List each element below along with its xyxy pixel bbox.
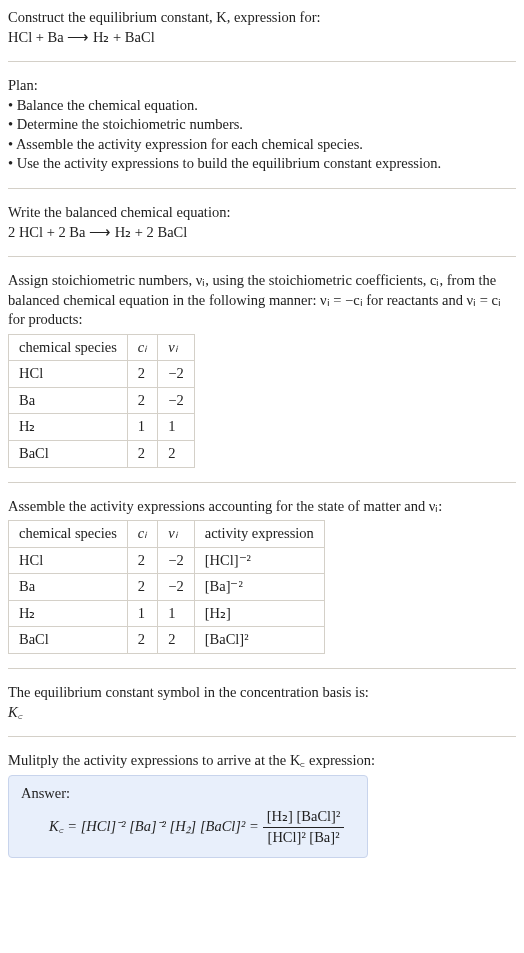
cell-species: HCl [9, 361, 128, 388]
col-species: chemical species [9, 521, 128, 548]
table-row: H₂ 1 1 [H₂] [9, 600, 325, 627]
answer-box: Answer: K꜀ = [HCl]⁻² [Ba]⁻² [H₂] [BaCl]²… [8, 775, 368, 859]
cell-ci: 2 [127, 441, 157, 468]
col-vi: νᵢ [158, 334, 194, 361]
stoich-table: chemical species cᵢ νᵢ HCl 2 −2 Ba 2 −2 … [8, 334, 195, 468]
balanced-equation: 2 HCl + 2 Ba ⟶ H₂ + 2 BaCl [8, 223, 516, 243]
cell-ci: 2 [127, 574, 157, 601]
cell-vi: −2 [158, 387, 194, 414]
multiply-title: Mulitply the activity expressions to arr… [8, 751, 516, 771]
stoich-intro: Assign stoichiometric numbers, νᵢ, using… [8, 271, 516, 330]
cell-ci: 1 [127, 600, 157, 627]
cell-vi: 2 [158, 441, 194, 468]
col-activity: activity expression [194, 521, 324, 548]
table-row: H₂ 1 1 [9, 414, 195, 441]
cell-species: H₂ [9, 600, 128, 627]
unbalanced-equation: HCl + Ba ⟶ H₂ + BaCl [8, 28, 516, 48]
cell-activity: [HCl]⁻² [194, 547, 324, 574]
question-line1: Construct the equilibrium constant, K, e… [8, 8, 516, 28]
cell-species: BaCl [9, 441, 128, 468]
activity-block: Assemble the activity expressions accoun… [8, 482, 516, 654]
cell-activity: [H₂] [194, 600, 324, 627]
cell-activity: [BaCl]² [194, 627, 324, 654]
cell-ci: 1 [127, 414, 157, 441]
table-row: BaCl 2 2 [9, 441, 195, 468]
question-line1-text: Construct the equilibrium constant, K, e… [8, 9, 321, 25]
cell-vi: −2 [158, 574, 194, 601]
plan-item: • Determine the stoichiometric numbers. [8, 115, 516, 135]
cell-ci: 2 [127, 547, 157, 574]
col-vi: νᵢ [158, 521, 194, 548]
col-ci: cᵢ [127, 521, 157, 548]
cell-vi: 2 [158, 627, 194, 654]
plan-item: • Use the activity expressions to build … [8, 154, 516, 174]
cell-ci: 2 [127, 361, 157, 388]
answer-expression: K꜀ = [HCl]⁻² [Ba]⁻² [H₂] [BaCl]² = [H₂] … [21, 803, 355, 847]
plan-item: • Balance the chemical equation. [8, 96, 516, 116]
plan-block: Plan: • Balance the chemical equation. •… [8, 61, 516, 174]
table-row: HCl 2 −2 [9, 361, 195, 388]
activity-intro: Assemble the activity expressions accoun… [8, 497, 516, 517]
cell-ci: 2 [127, 627, 157, 654]
answer-frac-den: [HCl]² [Ba]² [263, 828, 345, 848]
plan-title: Plan: [8, 76, 516, 96]
table-header-row: chemical species cᵢ νᵢ activity expressi… [9, 521, 325, 548]
cell-species: BaCl [9, 627, 128, 654]
ksymbol: K꜀ [8, 704, 23, 720]
ksymbol-block: The equilibrium constant symbol in the c… [8, 668, 516, 722]
cell-activity: [Ba]⁻² [194, 574, 324, 601]
balanced-block: Write the balanced chemical equation: 2 … [8, 188, 516, 242]
answer-lhs: K꜀ = [HCl]⁻² [Ba]⁻² [H₂] [BaCl]² = [49, 817, 259, 837]
table-row: Ba 2 −2 [Ba]⁻² [9, 574, 325, 601]
answer-label: Answer: [21, 784, 355, 804]
answer-fraction: [H₂] [BaCl]² [HCl]² [Ba]² [263, 807, 345, 847]
answer-frac-num: [H₂] [BaCl]² [263, 807, 345, 828]
plan-item: • Assemble the activity expression for e… [8, 135, 516, 155]
ksymbol-title: The equilibrium constant symbol in the c… [8, 683, 516, 703]
col-species: chemical species [9, 334, 128, 361]
question-block: Construct the equilibrium constant, K, e… [8, 8, 516, 47]
cell-species: HCl [9, 547, 128, 574]
cell-vi: −2 [158, 547, 194, 574]
activity-table: chemical species cᵢ νᵢ activity expressi… [8, 520, 325, 654]
multiply-block: Mulitply the activity expressions to arr… [8, 736, 516, 858]
table-row: BaCl 2 2 [BaCl]² [9, 627, 325, 654]
table-header-row: chemical species cᵢ νᵢ [9, 334, 195, 361]
cell-vi: 1 [158, 414, 194, 441]
cell-ci: 2 [127, 387, 157, 414]
cell-vi: −2 [158, 361, 194, 388]
table-row: HCl 2 −2 [HCl]⁻² [9, 547, 325, 574]
cell-species: Ba [9, 574, 128, 601]
cell-vi: 1 [158, 600, 194, 627]
table-row: Ba 2 −2 [9, 387, 195, 414]
stoich-block: Assign stoichiometric numbers, νᵢ, using… [8, 256, 516, 468]
cell-species: H₂ [9, 414, 128, 441]
col-ci: cᵢ [127, 334, 157, 361]
cell-species: Ba [9, 387, 128, 414]
balanced-title: Write the balanced chemical equation: [8, 203, 516, 223]
